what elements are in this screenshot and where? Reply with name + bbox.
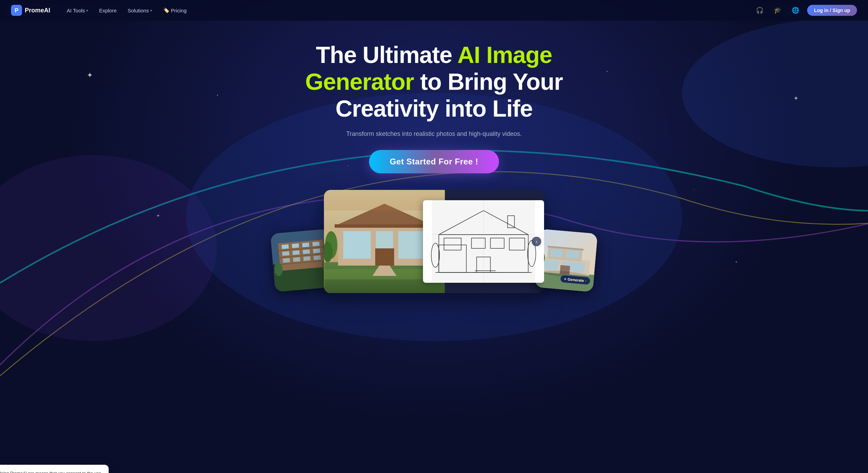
- cookie-text: Using PromeAI.pro means that you consent…: [0, 470, 102, 473]
- house-sketch-svg: [423, 200, 544, 283]
- showcase-main: ›: [324, 190, 544, 293]
- nav-link-pricing[interactable]: 🏷️ Pricing: [163, 7, 187, 13]
- svg-rect-12: [282, 244, 289, 249]
- nav-links: AI Tools ▾ Explore Solutions ▾ 🏷️ Pricin…: [67, 7, 187, 13]
- headphones-icon[interactable]: 🎧: [753, 4, 766, 17]
- nav-right: 🎧 🎓 🌐 Log in / Sign up: [753, 4, 857, 17]
- nav-link-explore[interactable]: Explore: [99, 8, 117, 13]
- svg-rect-31: [343, 231, 371, 259]
- nav-link-solutions[interactable]: Solutions ▾: [128, 8, 152, 13]
- nav-item-pricing[interactable]: 🏷️ Pricing: [163, 7, 187, 13]
- svg-rect-15: [312, 241, 319, 246]
- cta-button[interactable]: Get Started For Free !: [369, 150, 499, 173]
- svg-text:P: P: [15, 8, 19, 13]
- globe-icon[interactable]: 🌐: [789, 4, 802, 17]
- next-arrow-button[interactable]: ›: [532, 237, 541, 246]
- nav-item-solutions[interactable]: Solutions ▾: [128, 8, 152, 13]
- svg-rect-20: [283, 258, 290, 263]
- login-button[interactable]: Log in / Sign up: [807, 5, 857, 16]
- logo-link[interactable]: P PromeAI: [11, 5, 50, 16]
- svg-rect-18: [303, 249, 310, 254]
- hero-content: The Ultimate AI ImageGenerator to Bring …: [298, 28, 569, 173]
- svg-rect-63: [550, 249, 563, 257]
- svg-rect-19: [313, 248, 320, 253]
- nav-link-aitools[interactable]: AI Tools ▾: [67, 8, 88, 13]
- hero-section: ✦ ✦ ✦ ✦ ✦ The Ultimate AI ImageGenerator…: [0, 0, 868, 473]
- svg-rect-22: [303, 256, 311, 261]
- hero-subtitle: Transform sketches into realistic photos…: [305, 130, 563, 138]
- nav-item-explore[interactable]: Explore: [99, 8, 117, 13]
- svg-rect-30: [335, 224, 434, 228]
- hero-showcase: ›: [228, 190, 640, 293]
- hero-title: The Ultimate AI ImageGenerator to Bring …: [305, 41, 563, 122]
- svg-rect-23: [314, 255, 321, 260]
- chevron-down-icon: ▾: [86, 9, 88, 12]
- hero-title-part1: The Ultimate: [316, 42, 457, 68]
- graduation-cap-icon[interactable]: 🎓: [771, 4, 784, 17]
- chevron-down-icon: ▾: [150, 9, 152, 12]
- svg-rect-64: [566, 250, 579, 259]
- svg-rect-34: [375, 248, 394, 266]
- navbar: P PromeAI AI Tools ▾ Explore Solutions ▾…: [0, 0, 868, 21]
- svg-rect-33: [398, 231, 426, 259]
- svg-rect-65: [543, 259, 559, 270]
- logo-text: PromeAI: [25, 7, 50, 14]
- svg-rect-21: [293, 257, 300, 262]
- logo-icon: P: [11, 5, 22, 16]
- nav-item-aitools[interactable]: AI Tools ▾: [67, 8, 88, 13]
- house-sketch: [423, 200, 544, 283]
- svg-rect-17: [292, 250, 300, 255]
- cookie-banner: Using PromeAI.pro means that you consent…: [0, 465, 109, 473]
- svg-rect-14: [302, 243, 309, 247]
- svg-rect-16: [282, 251, 289, 256]
- svg-rect-13: [292, 243, 299, 248]
- generate-dot: [564, 278, 566, 280]
